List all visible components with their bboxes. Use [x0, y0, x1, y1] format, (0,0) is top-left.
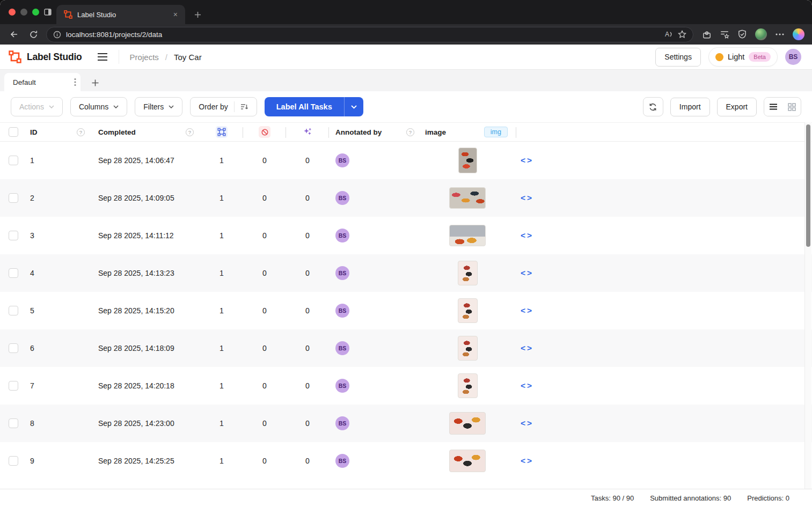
label-all-tasks-caret[interactable]	[344, 97, 363, 116]
table-row[interactable]: 2 Sep 28 2025, 14:09:05 1 0 0 BS <>	[0, 179, 812, 217]
browser-tab[interactable]: Label Studio ×	[56, 5, 185, 24]
task-source-code-icon[interactable]: <>	[516, 268, 533, 278]
image-thumbnail[interactable]	[449, 225, 486, 246]
row-select-cell	[0, 142, 26, 179]
image-thumbnail[interactable]	[458, 336, 478, 361]
site-info-icon[interactable]	[53, 31, 61, 39]
order-by-control[interactable]: Order by	[190, 97, 257, 116]
row-checkbox[interactable]	[9, 268, 18, 278]
window-controls[interactable]	[9, 9, 39, 16]
image-thumbnail[interactable]	[458, 261, 478, 285]
refresh-button[interactable]	[643, 97, 663, 116]
settings-button[interactable]: Settings	[655, 48, 701, 67]
image-thumbnail[interactable]	[449, 187, 486, 209]
id-help-icon[interactable]: ?	[77, 128, 85, 136]
column-completed[interactable]: Completed ?	[91, 123, 200, 141]
row-checkbox[interactable]	[9, 381, 18, 391]
table-row[interactable]: 3 Sep 28 2025, 14:11:12 1 0 0 BS <>	[0, 217, 812, 254]
task-source-code-icon[interactable]: <>	[516, 156, 533, 165]
image-thumbnail[interactable]	[449, 450, 486, 472]
vertical-scrollbar[interactable]	[804, 122, 811, 489]
copilot-icon[interactable]	[793, 28, 804, 40]
menu-icon[interactable]	[97, 53, 108, 61]
image-thumbnail[interactable]	[458, 373, 478, 398]
close-window-button[interactable]	[9, 9, 16, 16]
theme-toggle[interactable]: Light Beta	[708, 47, 778, 67]
columns-dropdown[interactable]: Columns	[70, 97, 127, 116]
window-layout-icon[interactable]	[44, 9, 52, 16]
address-bar[interactable]: localhost:8081/projects/2/data A	[46, 27, 693, 42]
filters-dropdown[interactable]: Filters	[135, 97, 182, 116]
image-thumbnail[interactable]	[458, 298, 478, 323]
back-icon[interactable]	[8, 28, 20, 41]
task-source-code-icon[interactable]: <>	[516, 343, 533, 353]
column-image[interactable]: image img	[419, 123, 516, 141]
export-button[interactable]: Export	[717, 98, 757, 116]
scrollbar-thumb[interactable]	[806, 124, 810, 247]
task-source-code-icon[interactable]: <>	[516, 231, 533, 240]
task-source-code-icon[interactable]: <>	[516, 418, 533, 428]
sort-icon[interactable]	[240, 103, 248, 111]
task-source-code-icon[interactable]: <>	[516, 193, 533, 203]
user-avatar[interactable]: BS	[785, 49, 801, 65]
table-row[interactable]: 4 Sep 28 2025, 14:13:23 1 0 0 BS <>	[0, 254, 812, 292]
table-row[interactable]: 1 Sep 28 2025, 14:06:47 1 0 0 BS <>	[0, 142, 812, 179]
reload-icon[interactable]	[27, 28, 40, 41]
action-toolbar: Actions Columns Filters Order by Label A…	[0, 91, 812, 122]
browser-security-shield-icon[interactable]	[737, 30, 747, 39]
row-checkbox[interactable]	[9, 231, 18, 240]
table-row[interactable]: 6 Sep 28 2025, 14:18:09 1 0 0 BS <>	[0, 329, 812, 367]
table-row[interactable]: 5 Sep 28 2025, 14:15:20 1 0 0 BS <>	[0, 292, 812, 329]
task-source-code-icon[interactable]: <>	[516, 456, 533, 466]
annotator-avatar: BS	[335, 266, 349, 280]
app-brand[interactable]: Label Studio	[9, 50, 82, 63]
minimize-window-button[interactable]	[20, 9, 27, 16]
list-view-icon[interactable]	[764, 98, 782, 116]
zoom-window-button[interactable]	[32, 9, 39, 16]
tab-default-view[interactable]: Default	[4, 73, 81, 91]
label-all-tasks-button[interactable]: Label All Tasks	[265, 97, 363, 116]
row-checkbox[interactable]	[9, 343, 18, 353]
favorite-star-icon[interactable]	[678, 30, 686, 39]
completed-help-icon[interactable]: ?	[186, 128, 194, 136]
grid-view-icon[interactable]	[782, 98, 801, 116]
table-row[interactable]: 7 Sep 28 2025, 14:20:18 1 0 0 BS <>	[0, 367, 812, 405]
row-checkbox[interactable]	[9, 156, 18, 165]
row-checkbox[interactable]	[9, 418, 18, 428]
task-source-code-icon[interactable]: <>	[516, 381, 533, 391]
column-annotations[interactable]	[200, 123, 243, 141]
image-thumbnail[interactable]	[449, 412, 486, 435]
tab-close-icon[interactable]: ×	[171, 10, 180, 19]
image-thumbnail[interactable]	[458, 148, 477, 173]
task-source-code-icon[interactable]: <>	[516, 306, 533, 315]
breadcrumb-projects-link[interactable]: Projects	[130, 53, 159, 62]
row-checkbox[interactable]	[9, 306, 18, 315]
task-id: 3	[26, 217, 91, 254]
table-row[interactable]: 8 Sep 28 2025, 14:23:00 1 0 0 BS <>	[0, 405, 812, 442]
column-cancelled[interactable]	[243, 123, 286, 141]
table-row[interactable]: 9 Sep 28 2025, 14:25:25 1 0 0 BS <>	[0, 442, 812, 480]
extensions-icon[interactable]	[702, 30, 712, 39]
annotations-count: 1	[200, 254, 243, 292]
annotator-cell: BS	[329, 405, 419, 442]
source-cell: <>	[516, 292, 548, 329]
actions-dropdown[interactable]: Actions	[11, 97, 63, 116]
favorites-bar-icon[interactable]	[720, 30, 729, 39]
column-id[interactable]: ID ?	[26, 123, 91, 141]
browser-profile-avatar[interactable]	[755, 28, 767, 40]
annotated-by-help-icon[interactable]: ?	[406, 128, 414, 136]
browser-more-icon[interactable]	[775, 33, 785, 36]
column-predictions[interactable]	[286, 123, 329, 141]
row-filler	[548, 292, 812, 329]
column-annotated-by[interactable]: Annotated by ?	[329, 123, 419, 141]
read-aloud-icon[interactable]: A	[665, 31, 673, 38]
row-filler	[548, 442, 812, 480]
import-button[interactable]: Import	[670, 98, 710, 116]
new-tab-icon[interactable]	[194, 11, 202, 19]
row-checkbox[interactable]	[9, 456, 18, 466]
row-checkbox[interactable]	[9, 193, 18, 203]
tab-options-kebab-icon[interactable]	[74, 78, 76, 86]
add-view-tab-icon[interactable]	[91, 79, 99, 87]
select-all-checkbox[interactable]	[9, 127, 18, 137]
url-text[interactable]: localhost:8081/projects/2/data	[66, 31, 660, 39]
